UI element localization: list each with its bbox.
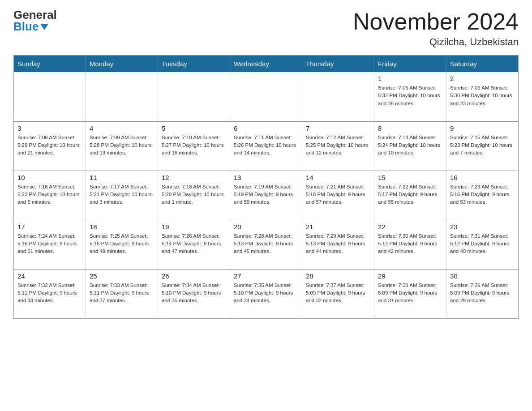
day-info: Sunrise: 7:39 AM Sunset: 5:09 PM Dayligh… (450, 282, 515, 305)
day-number: 27 (234, 272, 298, 280)
calendar-cell: 2Sunrise: 7:06 AM Sunset: 5:30 PM Daylig… (446, 72, 519, 121)
day-info: Sunrise: 7:32 AM Sunset: 5:11 PM Dayligh… (17, 282, 82, 305)
calendar-cell: 13Sunrise: 7:19 AM Sunset: 5:19 PM Dayli… (230, 171, 302, 220)
day-info: Sunrise: 7:38 AM Sunset: 5:09 PM Dayligh… (378, 282, 442, 305)
day-number: 4 (90, 124, 154, 132)
weekday-header-friday: Friday (374, 56, 446, 73)
day-info: Sunrise: 7:21 AM Sunset: 5:18 PM Dayligh… (306, 183, 370, 206)
day-info: Sunrise: 7:22 AM Sunset: 5:17 PM Dayligh… (378, 183, 442, 206)
day-number: 25 (90, 272, 154, 280)
calendar-cell: 17Sunrise: 7:24 AM Sunset: 5:16 PM Dayli… (14, 220, 86, 269)
calendar-cell: 27Sunrise: 7:35 AM Sunset: 5:10 PM Dayli… (230, 269, 302, 318)
day-info: Sunrise: 7:15 AM Sunset: 5:23 PM Dayligh… (450, 134, 515, 157)
day-number: 5 (162, 124, 226, 132)
calendar-cell: 18Sunrise: 7:25 AM Sunset: 5:15 PM Dayli… (86, 220, 158, 269)
day-info: Sunrise: 7:35 AM Sunset: 5:10 PM Dayligh… (234, 282, 298, 305)
day-number: 22 (378, 223, 442, 231)
day-number: 14 (306, 174, 370, 181)
calendar-cell (302, 72, 374, 121)
calendar-week-row: 1Sunrise: 7:05 AM Sunset: 5:32 PM Daylig… (14, 72, 519, 121)
calendar-cell (158, 72, 230, 121)
day-number: 12 (162, 174, 226, 181)
day-number: 21 (306, 223, 370, 231)
day-number: 23 (450, 223, 515, 231)
calendar-cell: 11Sunrise: 7:17 AM Sunset: 5:21 PM Dayli… (86, 171, 158, 220)
day-info: Sunrise: 7:26 AM Sunset: 5:14 PM Dayligh… (162, 232, 226, 256)
day-info: Sunrise: 7:30 AM Sunset: 5:12 PM Dayligh… (378, 232, 442, 256)
day-number: 29 (378, 272, 442, 280)
day-info: Sunrise: 7:17 AM Sunset: 5:21 PM Dayligh… (90, 183, 154, 206)
calendar-cell: 24Sunrise: 7:32 AM Sunset: 5:11 PM Dayli… (14, 269, 86, 318)
calendar-cell: 10Sunrise: 7:16 AM Sunset: 5:22 PM Dayli… (14, 171, 86, 220)
calendar-cell: 3Sunrise: 7:08 AM Sunset: 5:29 PM Daylig… (14, 121, 86, 171)
calendar-cell: 4Sunrise: 7:09 AM Sunset: 5:28 PM Daylig… (86, 121, 158, 171)
day-info: Sunrise: 7:10 AM Sunset: 5:27 PM Dayligh… (162, 134, 226, 157)
logo-line2: Blue (13, 21, 39, 32)
logo: General Blue (13, 9, 57, 32)
calendar-table: SundayMondayTuesdayWednesdayThursdayFrid… (13, 55, 519, 319)
calendar-cell: 20Sunrise: 7:28 AM Sunset: 5:13 PM Dayli… (230, 220, 302, 269)
calendar-week-row: 3Sunrise: 7:08 AM Sunset: 5:29 PM Daylig… (14, 121, 519, 171)
day-info: Sunrise: 7:09 AM Sunset: 5:28 PM Dayligh… (90, 134, 154, 157)
day-number: 3 (17, 124, 82, 132)
day-number: 10 (17, 174, 82, 181)
logo-arrow-icon (40, 24, 48, 30)
calendar-cell: 7Sunrise: 7:12 AM Sunset: 5:25 PM Daylig… (302, 121, 374, 171)
day-number: 20 (234, 223, 298, 231)
weekday-header-tuesday: Tuesday (158, 56, 230, 73)
day-info: Sunrise: 7:12 AM Sunset: 5:25 PM Dayligh… (306, 134, 370, 157)
calendar-week-row: 24Sunrise: 7:32 AM Sunset: 5:11 PM Dayli… (14, 269, 519, 318)
day-info: Sunrise: 7:34 AM Sunset: 5:10 PM Dayligh… (162, 282, 226, 305)
day-number: 7 (306, 124, 370, 132)
day-number: 2 (450, 75, 515, 82)
day-number: 6 (234, 124, 298, 132)
calendar-cell: 9Sunrise: 7:15 AM Sunset: 5:23 PM Daylig… (446, 121, 519, 171)
day-info: Sunrise: 7:29 AM Sunset: 5:13 PM Dayligh… (306, 232, 370, 256)
day-info: Sunrise: 7:24 AM Sunset: 5:16 PM Dayligh… (17, 232, 82, 256)
day-number: 26 (162, 272, 226, 280)
calendar-week-row: 17Sunrise: 7:24 AM Sunset: 5:16 PM Dayli… (14, 220, 519, 269)
page-header: General Blue November 2024 Qizilcha, Uzb… (13, 9, 519, 48)
calendar-cell: 21Sunrise: 7:29 AM Sunset: 5:13 PM Dayli… (302, 220, 374, 269)
weekday-header-saturday: Saturday (446, 56, 519, 73)
calendar-cell: 5Sunrise: 7:10 AM Sunset: 5:27 PM Daylig… (158, 121, 230, 171)
calendar-cell: 28Sunrise: 7:37 AM Sunset: 5:09 PM Dayli… (302, 269, 374, 318)
calendar-cell: 16Sunrise: 7:23 AM Sunset: 5:16 PM Dayli… (446, 171, 519, 220)
day-info: Sunrise: 7:25 AM Sunset: 5:15 PM Dayligh… (90, 232, 154, 256)
day-info: Sunrise: 7:33 AM Sunset: 5:11 PM Dayligh… (90, 282, 154, 305)
day-number: 15 (378, 174, 442, 181)
day-info: Sunrise: 7:18 AM Sunset: 5:20 PM Dayligh… (162, 183, 226, 206)
day-number: 11 (90, 174, 154, 181)
day-number: 24 (17, 272, 82, 280)
calendar-cell: 8Sunrise: 7:14 AM Sunset: 5:24 PM Daylig… (374, 121, 446, 171)
calendar-cell: 12Sunrise: 7:18 AM Sunset: 5:20 PM Dayli… (158, 171, 230, 220)
calendar-cell: 25Sunrise: 7:33 AM Sunset: 5:11 PM Dayli… (86, 269, 158, 318)
day-number: 19 (162, 223, 226, 231)
weekday-header-monday: Monday (86, 56, 158, 73)
day-info: Sunrise: 7:23 AM Sunset: 5:16 PM Dayligh… (450, 183, 515, 206)
weekday-header-thursday: Thursday (302, 56, 374, 73)
calendar-cell: 30Sunrise: 7:39 AM Sunset: 5:09 PM Dayli… (446, 269, 519, 318)
calendar-cell: 19Sunrise: 7:26 AM Sunset: 5:14 PM Dayli… (158, 220, 230, 269)
day-number: 30 (450, 272, 515, 280)
day-number: 13 (234, 174, 298, 181)
day-info: Sunrise: 7:16 AM Sunset: 5:22 PM Dayligh… (17, 183, 82, 206)
day-info: Sunrise: 7:08 AM Sunset: 5:29 PM Dayligh… (17, 134, 82, 157)
calendar-cell (14, 72, 86, 121)
calendar-cell: 6Sunrise: 7:11 AM Sunset: 5:26 PM Daylig… (230, 121, 302, 171)
calendar-cell: 22Sunrise: 7:30 AM Sunset: 5:12 PM Dayli… (374, 220, 446, 269)
calendar-cell: 26Sunrise: 7:34 AM Sunset: 5:10 PM Dayli… (158, 269, 230, 318)
day-info: Sunrise: 7:28 AM Sunset: 5:13 PM Dayligh… (234, 232, 298, 256)
weekday-header-sunday: Sunday (14, 56, 86, 73)
day-info: Sunrise: 7:14 AM Sunset: 5:24 PM Dayligh… (378, 134, 442, 157)
calendar-cell: 1Sunrise: 7:05 AM Sunset: 5:32 PM Daylig… (374, 72, 446, 121)
day-info: Sunrise: 7:05 AM Sunset: 5:32 PM Dayligh… (378, 84, 442, 107)
title-section: November 2024 Qizilcha, Uzbekistan (353, 9, 519, 48)
day-info: Sunrise: 7:06 AM Sunset: 5:30 PM Dayligh… (450, 84, 515, 107)
calendar-week-row: 10Sunrise: 7:16 AM Sunset: 5:22 PM Dayli… (14, 171, 519, 220)
weekday-header-row: SundayMondayTuesdayWednesdayThursdayFrid… (14, 56, 519, 73)
calendar-cell: 14Sunrise: 7:21 AM Sunset: 5:18 PM Dayli… (302, 171, 374, 220)
calendar-cell (86, 72, 158, 121)
calendar-cell: 15Sunrise: 7:22 AM Sunset: 5:17 PM Dayli… (374, 171, 446, 220)
day-number: 17 (17, 223, 82, 231)
